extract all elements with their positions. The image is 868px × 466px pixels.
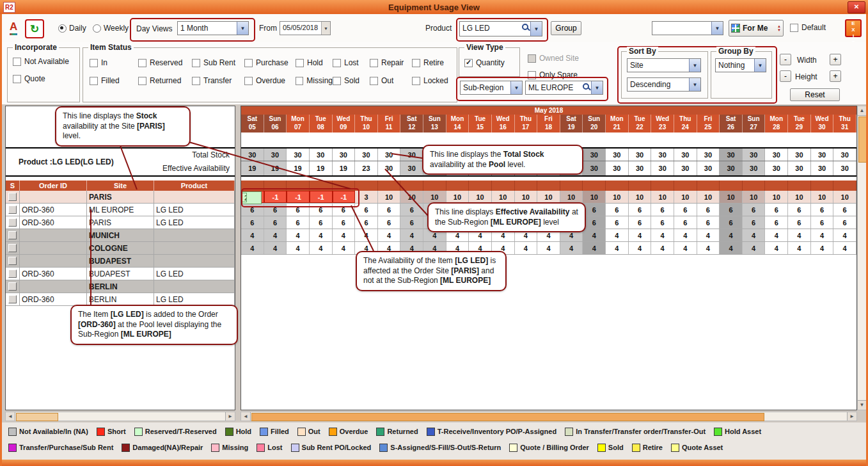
row-select-box[interactable]	[8, 231, 17, 239]
profile-combobox[interactable]: ▼	[652, 21, 723, 35]
for-me-spinner[interactable]: ▲ ▼	[777, 24, 781, 32]
day-header[interactable]: Sun27	[743, 115, 766, 133]
day-header[interactable]: Fri11	[378, 115, 401, 133]
refresh-button[interactable]: ↻	[25, 19, 44, 38]
default-checkbox[interactable]: Default	[790, 23, 826, 32]
quantity-checkbox[interactable]: Quantity	[464, 58, 505, 67]
chevron-down-icon[interactable]: ▼	[689, 78, 700, 91]
row-select-box[interactable]	[8, 193, 17, 201]
checkbox-repair[interactable]: Repair	[370, 58, 412, 67]
vertical-scrollbar[interactable]: ▲ ▼	[857, 106, 867, 410]
table-row[interactable]: BUDAPEST	[6, 255, 235, 268]
checkbox-locked[interactable]: Locked	[412, 76, 450, 85]
checkbox-sold[interactable]: Sold	[333, 76, 370, 85]
row-select-box[interactable]	[8, 282, 17, 291]
table-row[interactable]: COLOGNE	[6, 242, 235, 255]
search-icon[interactable]	[582, 81, 591, 92]
day-header[interactable]: Wed23	[651, 115, 674, 133]
checkbox-reserved[interactable]: Reserved	[138, 58, 192, 67]
day-header[interactable]: Thu31	[833, 115, 856, 133]
day-header[interactable]: Thu10	[355, 115, 378, 133]
checkbox-hold[interactable]: Hold	[296, 58, 333, 67]
table-row[interactable]: MUNICH	[6, 229, 235, 242]
day-header[interactable]: Tue08	[310, 115, 333, 133]
calendar-row[interactable]: 444444444444444444444444444	[241, 242, 856, 255]
day-header[interactable]: Tue29	[788, 115, 811, 133]
chevron-down-icon[interactable]: ▼	[591, 81, 603, 94]
day-header[interactable]: Sun06	[264, 115, 287, 133]
table-row[interactable]: ORD-360ML EUROPELG LED	[6, 204, 235, 216]
day-header[interactable]: Sat12	[400, 115, 423, 133]
day-header[interactable]: Mon14	[446, 115, 470, 133]
day-header[interactable]: Wed30	[811, 115, 834, 133]
day-views-combobox[interactable]: 1 Month ▼	[177, 21, 249, 35]
table-row[interactable]: PARIS	[6, 191, 235, 204]
day-header[interactable]: Tue15	[469, 115, 492, 133]
for-me-button[interactable]: For Me ▲ ▼	[729, 20, 784, 36]
radio-weekly[interactable]: Weekly	[93, 24, 129, 33]
chevron-down-icon[interactable]: ▼	[237, 22, 248, 35]
table-row[interactable]: ORD-360BUDAPESTLG LED	[6, 268, 235, 280]
day-header[interactable]: Wed16	[492, 115, 515, 133]
titlebar[interactable]: R2 Equipment Usage View ✕	[0, 0, 868, 14]
radio-daily[interactable]: Daily	[58, 24, 86, 33]
close-button[interactable]: ✕	[848, 1, 865, 13]
checkbox-not-available[interactable]: Not Available	[13, 57, 69, 66]
region-level-combobox[interactable]: Sub-Region ▼	[460, 81, 523, 95]
checkbox-transfer[interactable]: Transfer	[192, 76, 244, 85]
row-select-box[interactable]	[8, 295, 17, 303]
day-header[interactable]: Mon28	[765, 115, 788, 133]
column-header[interactable]: Product	[154, 181, 235, 191]
day-header[interactable]: Mon07	[287, 115, 310, 133]
scroll-right-icon[interactable]: ►	[225, 412, 235, 421]
chevron-down-icon[interactable]: ▼	[689, 59, 700, 72]
day-header[interactable]: Fri25	[697, 115, 720, 133]
scroll-right-icon[interactable]: ►	[847, 412, 856, 421]
day-header[interactable]: Fri18	[537, 115, 560, 133]
checkbox-returned[interactable]: Returned	[138, 76, 192, 85]
checkbox-out[interactable]: Out	[370, 76, 412, 85]
day-header[interactable]: Wed09	[333, 115, 356, 133]
checkbox-lost[interactable]: Lost	[333, 58, 370, 67]
row-select-box[interactable]	[8, 218, 17, 227]
chevron-down-icon[interactable]: ▼	[711, 22, 723, 35]
day-header[interactable]: Mon21	[606, 115, 629, 133]
scroll-left-icon[interactable]: ◄	[6, 412, 15, 421]
width-minus-button[interactable]: -	[780, 54, 791, 65]
column-header[interactable]: Site	[87, 181, 154, 191]
height-plus-button[interactable]: +	[830, 70, 841, 82]
table-row[interactable]: ORD-360BERLINLG LED	[6, 293, 235, 306]
scroll-down-icon[interactable]: ▼	[858, 400, 866, 410]
row-select-box[interactable]	[8, 257, 17, 265]
column-header[interactable]: Order ID	[20, 181, 87, 191]
day-header[interactable]: Thu24	[674, 115, 697, 133]
height-minus-button[interactable]: -	[780, 70, 791, 82]
group-button[interactable]: Group	[551, 21, 581, 35]
exit-button[interactable]: EXIT	[845, 19, 862, 37]
date-dropdown-icon[interactable]: ▼	[321, 22, 330, 35]
scroll-left-icon[interactable]: ◄	[241, 412, 251, 421]
column-header[interactable]: S	[6, 181, 20, 191]
table-row[interactable]: BERLIN	[6, 280, 235, 293]
row-select-box[interactable]	[8, 205, 17, 214]
day-header[interactable]: Tue22	[629, 115, 652, 133]
checkbox-missing[interactable]: Missing	[296, 76, 333, 85]
chevron-down-icon[interactable]: ▼	[510, 81, 522, 94]
right-horizontal-scrollbar[interactable]: ◄ ►	[241, 412, 857, 421]
checkbox-filled[interactable]: Filled	[90, 76, 138, 85]
right-scroll-thumb[interactable]	[251, 413, 764, 421]
width-plus-button[interactable]: +	[830, 54, 841, 65]
table-row[interactable]: ORD-360PARISLG LED	[6, 216, 235, 229]
left-scroll-thumb[interactable]	[16, 413, 58, 421]
chevron-down-icon[interactable]: ▼	[530, 22, 542, 36]
sort-direction-combobox[interactable]: Descending ▼	[627, 77, 701, 92]
scroll-up-icon[interactable]: ▲	[858, 106, 866, 116]
day-header[interactable]: Sat26	[720, 115, 743, 133]
owned-site-chec kbox[interactable]: Owned Site	[528, 54, 579, 63]
chevron-down-icon[interactable]: ▼	[754, 59, 766, 72]
row-select-box[interactable]	[8, 269, 17, 278]
font-icon[interactable]: A	[10, 20, 17, 35]
left-horizontal-scrollbar[interactable]: ◄ ►	[5, 412, 235, 421]
day-header[interactable]: Sun13	[423, 115, 446, 133]
day-header[interactable]: Thu17	[515, 115, 538, 133]
